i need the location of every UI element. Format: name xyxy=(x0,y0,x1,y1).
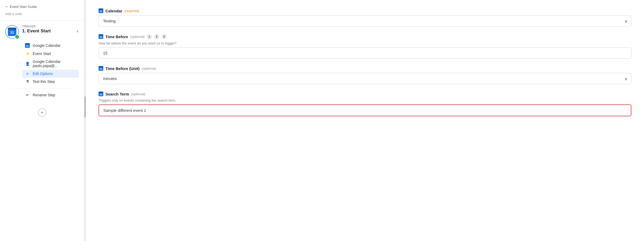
field-label-row-time-before-unit: 31 Time Before (Unit) (optional) xyxy=(99,66,631,71)
sidebar-item-label: Google Calendar paolo.papa@.. xyxy=(33,59,76,68)
sidebar-item-label: Google Calendar xyxy=(33,43,61,48)
badge-3: 3 xyxy=(162,34,167,39)
cal-badge-calendar: 31 xyxy=(99,8,103,13)
cal-badge-search-term: 31 xyxy=(99,92,103,96)
pencil-icon: ✏ xyxy=(5,5,8,9)
field-time-before-unit: 31 Time Before (Unit) (optional) minutes… xyxy=(99,66,631,84)
sidebar-item-rename[interactable]: ✏ Rename Step xyxy=(22,91,79,99)
calendar-icon: 31 xyxy=(8,28,16,36)
field-hint-time-before: How far before the event do you want us … xyxy=(99,41,631,45)
pencil-rename-icon: ✏ xyxy=(25,93,30,97)
cal-badge-time-before: 31 xyxy=(99,34,103,39)
optional-badge-time-before-unit: (optional) xyxy=(142,67,156,71)
sub-items-list: 31 Google Calendar ⚡ Event Start 👤 Googl… xyxy=(22,41,79,86)
trigger-label: TRIGGER xyxy=(22,25,79,28)
field-label-time-before-unit: Time Before (Unit) xyxy=(105,66,140,71)
field-label-time-before: Time Before xyxy=(105,34,128,39)
rename-label: Rename Step xyxy=(33,93,55,97)
trigger-block: 31 ✓ TRIGGER 1. Event Start ∧ xyxy=(5,25,79,39)
time-before-unit-select[interactable]: minutes xyxy=(99,73,631,84)
trigger-icon-wrapper: 31 ✓ xyxy=(5,25,19,39)
cal-badge-time-before-unit: 31 xyxy=(99,66,103,71)
optional-badge-search-term: (optional) xyxy=(131,92,145,96)
scroll-thumb xyxy=(84,96,86,117)
add-note[interactable]: Add a note xyxy=(5,11,79,18)
field-hint-search-term: Triggers only on events containing the s… xyxy=(99,98,631,102)
sidebar-item-event-start[interactable]: ⚡ Event Start xyxy=(22,50,79,58)
field-label-calendar: Calendar xyxy=(105,9,122,13)
search-term-input[interactable] xyxy=(99,104,631,116)
small-cal-icon: 31 xyxy=(25,43,30,48)
chevron-up-icon[interactable]: ∧ xyxy=(76,29,79,33)
flask-icon: ⚗ xyxy=(25,79,30,84)
time-before-input[interactable] xyxy=(99,47,631,59)
main-content: 31 Calendar (required) Testing ∨ 31 Time… xyxy=(86,0,644,241)
sidebar-item-label: Event Start xyxy=(33,52,51,56)
person-icon: 👤 xyxy=(25,62,30,66)
field-label-row-time-before: 31 Time Before (optional) 1 2 3 xyxy=(99,34,631,39)
trigger-section: 31 ✓ TRIGGER 1. Event Start ∧ 31 xyxy=(0,21,84,103)
sidebar-item-label: Edit Options xyxy=(33,72,53,76)
sidebar-item-edit-options[interactable]: ≡ Edit Options xyxy=(22,70,79,78)
sidebar: ✏ Event Start Guide Add a note 31 ✓ TRIG… xyxy=(0,0,84,241)
lines-icon: ≡ xyxy=(25,72,30,76)
calendar-select[interactable]: Testing xyxy=(99,15,631,27)
field-label-search-term: Search Term xyxy=(105,92,129,96)
trigger-title-row: 1. Event Start ∧ xyxy=(22,28,79,34)
calendar-select-wrapper: Testing ∨ xyxy=(99,15,631,27)
breadcrumb: ✏ Event Start Guide xyxy=(5,5,79,9)
field-calendar: 31 Calendar (required) Testing ∨ xyxy=(99,8,631,27)
breadcrumb-text: Event Start Guide xyxy=(10,5,37,9)
badge-1: 1 xyxy=(147,34,152,39)
sidebar-item-account[interactable]: 👤 Google Calendar paolo.papa@.. xyxy=(22,58,79,70)
sidebar-item-test-step[interactable]: ⚗ Test this Step xyxy=(22,78,79,86)
trigger-title: 1. Event Start xyxy=(22,28,51,34)
optional-badge-time-before: (optional) xyxy=(130,35,144,39)
required-badge-calendar: (required) xyxy=(124,9,139,13)
sidebar-item-google-calendar[interactable]: 31 Google Calendar xyxy=(22,41,79,50)
scroll-divider xyxy=(84,0,86,241)
field-label-row-calendar: 31 Calendar (required) xyxy=(99,8,631,13)
sidebar-item-label: Test this Step xyxy=(33,79,55,84)
sidebar-header: ✏ Event Start Guide Add a note xyxy=(0,0,84,21)
field-time-before: 31 Time Before (optional) 1 2 3 How far … xyxy=(99,34,631,59)
time-before-unit-select-wrapper: minutes ∨ xyxy=(99,73,631,84)
bolt-icon: ⚡ xyxy=(25,52,30,56)
divider xyxy=(11,88,74,88)
add-step-button[interactable]: + xyxy=(38,108,46,117)
field-label-row-search-term: 31 Search Term (optional) xyxy=(99,92,631,96)
badge-2: 2 xyxy=(154,34,159,39)
trigger-info: TRIGGER 1. Event Start ∧ xyxy=(22,25,79,34)
check-badge: ✓ xyxy=(15,34,19,39)
field-search-term: 31 Search Term (optional) Triggers only … xyxy=(99,92,631,116)
